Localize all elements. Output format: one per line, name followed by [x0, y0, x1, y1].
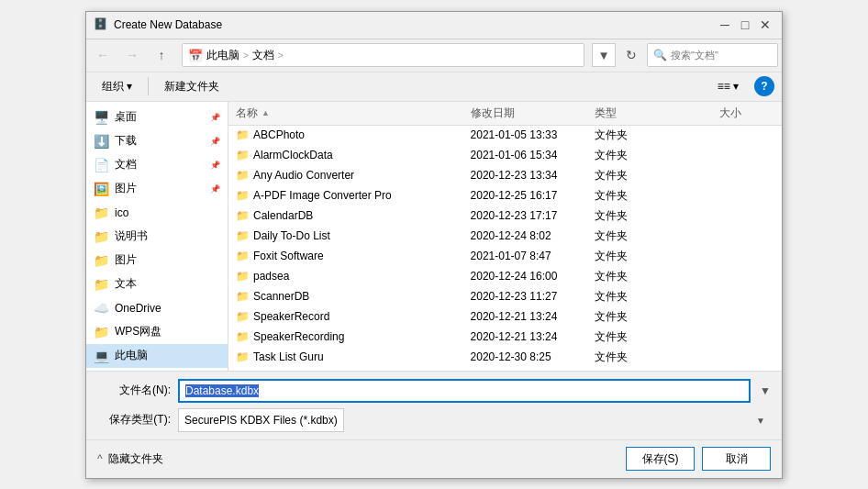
table-row[interactable]: 📁SpeakerRecording2020-12-21 13:24文件夹 [228, 328, 782, 348]
new-folder-button[interactable]: 新建文件夹 [156, 75, 228, 97]
sidebar-item-label: WPS网盘 [115, 324, 220, 339]
file-type-cell: 文件夹 [587, 128, 712, 143]
search-icon: 🔍 [653, 49, 667, 61]
sidebar-item[interactable]: 📁ico [86, 201, 228, 225]
sidebar-item[interactable]: 🖼️图片📌 [86, 177, 228, 201]
create-database-dialog: 🗄️ Create New Database ─ □ ✕ ← → ↑ 📅 此电脑… [85, 11, 783, 479]
forward-button[interactable]: → [119, 42, 145, 68]
breadcrumb-sep1: > [243, 50, 249, 61]
folder-icon: 📁 [94, 253, 109, 268]
filename-label: 文件名(N): [97, 383, 171, 398]
folder-icon: 🖥️ [94, 110, 109, 125]
sidebar-item[interactable]: 📁图片 [86, 249, 228, 272]
file-type-cell: 文件夹 [587, 188, 712, 204]
sidebar-item[interactable]: 📁文本 [86, 272, 228, 296]
file-date-cell: 2020-12-24 16:00 [463, 270, 588, 283]
table-row[interactable]: 📁AlarmClockData2021-01-06 15:34文件夹 [228, 146, 782, 166]
file-date-cell: 2020-12-23 13:34 [463, 169, 588, 182]
table-row[interactable]: 📁ScannerDB2020-12-23 11:27文件夹 [228, 287, 782, 307]
table-row[interactable]: 📁Any Audio Converter2020-12-23 13:34文件夹 [228, 166, 782, 186]
toolbar: ← → ↑ 📅 此电脑 > 文档 > ▼ ↻ 🔍 [86, 39, 782, 72]
table-row[interactable]: 📁ABCPhoto2021-01-05 13:33文件夹 [228, 126, 782, 146]
sidebar-item-label: 此电脑 [115, 348, 220, 363]
table-row[interactable]: 📁SpeakerRecord2020-12-21 13:24文件夹 [228, 307, 782, 328]
sidebar-item[interactable]: 📁说明书 [86, 225, 228, 249]
sidebar-item[interactable]: 📄文档📌 [86, 153, 228, 177]
breadcrumb-docs[interactable]: 文档 [252, 48, 274, 63]
filename-row: 文件名(N): ▼ [97, 379, 771, 403]
up-button[interactable]: ↑ [149, 42, 174, 68]
maximize-button[interactable]: □ [736, 16, 754, 34]
folder-icon: ⬇️ [94, 134, 109, 149]
file-name-cell: 📁ScannerDB [228, 290, 463, 303]
file-folder-icon: 📁 [236, 229, 250, 242]
cancel-button[interactable]: 取消 [702, 447, 771, 471]
header-size[interactable]: 大小 [712, 102, 782, 125]
filetype-row: 保存类型(T): SecurePIS KDBX Files (*.kdbx) ▼ [97, 408, 771, 432]
folder-icon: 📁 [94, 325, 109, 339]
table-row[interactable]: 📁padsea2020-12-24 16:00文件夹 [228, 267, 782, 287]
file-type-cell: 文件夹 [587, 148, 712, 163]
sidebar-item-label: OneDrive [115, 302, 220, 315]
file-type-cell: 文件夹 [587, 208, 712, 224]
search-input[interactable] [671, 50, 772, 61]
sidebar-item-label: 说明书 [115, 228, 220, 244]
pin-icon: 📌 [210, 113, 220, 122]
filetype-select[interactable]: SecurePIS KDBX Files (*.kdbx) [178, 408, 344, 432]
file-folder-icon: 📁 [236, 169, 250, 182]
breadcrumb-pc[interactable]: 此电脑 [206, 48, 239, 63]
sidebar-item[interactable]: 🖥️桌面📌 [86, 106, 228, 129]
close-button[interactable]: ✕ [756, 16, 774, 34]
sidebar-item-label: 文档 [115, 157, 205, 172]
file-name-cell: 📁Daily To-Do List [228, 229, 463, 242]
file-folder-icon: 📁 [236, 128, 250, 141]
minimize-button[interactable]: ─ [716, 16, 734, 34]
table-row[interactable]: 📁CalendarDB2020-12-23 17:17文件夹 [228, 206, 782, 227]
table-row[interactable]: 📁Task List Guru2020-12-30 8:25文件夹 [228, 348, 782, 368]
folder-icon: 📁 [94, 206, 109, 220]
breadcrumb-root: 📅 [188, 49, 203, 62]
pin-icon: 📌 [210, 184, 220, 194]
file-type-cell: 文件夹 [587, 329, 712, 345]
save-button[interactable]: 保存(S) [626, 447, 695, 471]
file-name-cell: 📁Foxit Software [228, 250, 463, 262]
file-list-header: 名称 ▲ 修改日期 类型 大小 [228, 102, 782, 126]
hidden-files-label: 隐藏文件夹 [108, 451, 163, 467]
file-name-cell: 📁SpeakerRecording [228, 330, 463, 343]
folder-icon: 💻 [94, 349, 109, 363]
sidebar-item[interactable]: ☁️OneDrive [86, 296, 228, 320]
breadcrumb-sep2: > [278, 50, 284, 61]
view-button[interactable]: ≡≡ ▾ [709, 75, 747, 97]
sidebar-item[interactable]: 💻此电脑 [86, 344, 228, 368]
sidebar-item-label: 图片 [115, 181, 205, 196]
file-type-cell: 文件夹 [587, 309, 712, 325]
table-row[interactable]: 📁A-PDF Image Converter Pro2020-12-25 16:… [228, 186, 782, 206]
header-name[interactable]: 名称 ▲ [228, 102, 463, 125]
table-row[interactable]: 📁Daily To-Do List2020-12-24 8:02文件夹 [228, 227, 782, 247]
title-bar-controls: ─ □ ✕ [716, 16, 774, 34]
title-bar: 🗄️ Create New Database ─ □ ✕ [86, 12, 782, 39]
table-row[interactable]: 📁Foxit Software2021-01-07 8:47文件夹 [228, 247, 782, 267]
header-date[interactable]: 修改日期 [463, 102, 588, 125]
sidebar-item[interactable]: ⬇️下载📌 [86, 129, 228, 153]
file-date-cell: 2020-12-23 17:17 [463, 209, 588, 222]
file-date-cell: 2020-12-23 11:27 [463, 290, 588, 303]
file-type-cell: 文件夹 [587, 289, 712, 305]
back-button[interactable]: ← [90, 42, 116, 68]
sidebar: 🖥️桌面📌⬇️下载📌📄文档📌🖼️图片📌📁ico📁说明书📁图片📁文本☁️OneDr… [86, 102, 228, 371]
file-date-cell: 2020-12-30 8:25 [463, 350, 588, 363]
filetype-label: 保存类型(T): [97, 412, 171, 428]
dialog-title: Create New Database [114, 18, 222, 31]
sort-arrow: ▲ [262, 108, 270, 117]
file-folder-icon: 📁 [236, 290, 250, 303]
help-button[interactable]: ? [754, 76, 774, 96]
breadcrumb-dropdown-button[interactable]: ▼ [592, 43, 616, 67]
filename-input[interactable] [178, 379, 751, 403]
refresh-button[interactable]: ↻ [619, 43, 643, 67]
organize-button[interactable]: 组织 ▾ [94, 75, 140, 97]
file-folder-icon: 📁 [236, 310, 250, 323]
dialog-footer: ^ 隐藏文件夹 保存(S) 取消 [86, 439, 782, 478]
sidebar-item[interactable]: 📁WPS网盘 [86, 320, 228, 344]
filetype-wrapper: SecurePIS KDBX Files (*.kdbx) ▼ [178, 408, 771, 432]
header-type[interactable]: 类型 [587, 102, 712, 125]
